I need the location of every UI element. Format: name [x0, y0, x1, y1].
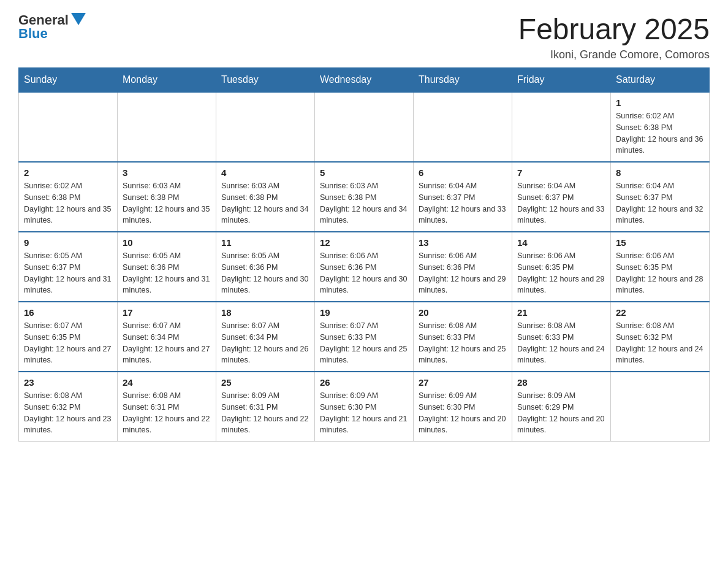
- day-number: 16: [24, 307, 112, 318]
- calendar-cell: 19Sunrise: 6:07 AMSunset: 6:33 PMDayligh…: [315, 302, 414, 372]
- day-info: Sunrise: 6:06 AMSunset: 6:36 PMDaylight:…: [419, 250, 507, 296]
- day-number: 24: [123, 377, 211, 388]
- day-info: Sunrise: 6:05 AMSunset: 6:36 PMDaylight:…: [221, 250, 309, 296]
- day-info: Sunrise: 6:08 AMSunset: 6:33 PMDaylight:…: [419, 320, 507, 366]
- day-info: Sunrise: 6:08 AMSunset: 6:31 PMDaylight:…: [123, 390, 211, 436]
- day-info: Sunrise: 6:09 AMSunset: 6:30 PMDaylight:…: [419, 390, 507, 436]
- day-number: 7: [517, 167, 605, 178]
- calendar-cell: 21Sunrise: 6:08 AMSunset: 6:33 PMDayligh…: [512, 302, 611, 372]
- calendar-cell: 9Sunrise: 6:05 AMSunset: 6:37 PMDaylight…: [19, 232, 118, 302]
- day-number: 6: [419, 167, 507, 178]
- day-info: Sunrise: 6:09 AMSunset: 6:31 PMDaylight:…: [221, 390, 309, 436]
- calendar-cell: 27Sunrise: 6:09 AMSunset: 6:30 PMDayligh…: [414, 372, 512, 442]
- calendar-cell: 3Sunrise: 6:03 AMSunset: 6:38 PMDaylight…: [118, 162, 216, 232]
- calendar-cell: 10Sunrise: 6:05 AMSunset: 6:36 PMDayligh…: [118, 232, 216, 302]
- day-info: Sunrise: 6:07 AMSunset: 6:34 PMDaylight:…: [123, 320, 211, 366]
- logo: General Blue: [18, 12, 86, 42]
- calendar-cell: 24Sunrise: 6:08 AMSunset: 6:31 PMDayligh…: [118, 372, 216, 442]
- calendar-cell: 1Sunrise: 6:02 AMSunset: 6:38 PMDaylight…: [611, 92, 710, 162]
- day-info: Sunrise: 6:02 AMSunset: 6:38 PMDaylight:…: [24, 180, 112, 226]
- calendar-cell: 23Sunrise: 6:08 AMSunset: 6:32 PMDayligh…: [19, 372, 118, 442]
- day-info: Sunrise: 6:03 AMSunset: 6:38 PMDaylight:…: [221, 180, 309, 226]
- calendar-cell: 2Sunrise: 6:02 AMSunset: 6:38 PMDaylight…: [19, 162, 118, 232]
- day-number: 17: [123, 307, 211, 318]
- weekday-header-row: SundayMondayTuesdayWednesdayThursdayFrid…: [19, 68, 710, 93]
- day-number: 1: [616, 98, 704, 108]
- day-number: 26: [320, 377, 408, 388]
- weekday-header-sunday: Sunday: [19, 68, 118, 93]
- day-info: Sunrise: 6:08 AMSunset: 6:32 PMDaylight:…: [24, 390, 112, 436]
- weekday-header-tuesday: Tuesday: [216, 68, 315, 93]
- day-info: Sunrise: 6:02 AMSunset: 6:38 PMDaylight:…: [616, 110, 704, 156]
- weekday-header-wednesday: Wednesday: [315, 68, 414, 93]
- calendar-cell: 12Sunrise: 6:06 AMSunset: 6:36 PMDayligh…: [315, 232, 414, 302]
- calendar-cell: [216, 92, 315, 162]
- day-info: Sunrise: 6:04 AMSunset: 6:37 PMDaylight:…: [419, 180, 507, 226]
- day-number: 22: [616, 307, 704, 318]
- calendar-cell: 17Sunrise: 6:07 AMSunset: 6:34 PMDayligh…: [118, 302, 216, 372]
- day-info: Sunrise: 6:09 AMSunset: 6:29 PMDaylight:…: [517, 390, 605, 436]
- day-number: 15: [616, 237, 704, 248]
- calendar-cell: 7Sunrise: 6:04 AMSunset: 6:37 PMDaylight…: [512, 162, 611, 232]
- day-number: 27: [419, 377, 507, 388]
- calendar-table: SundayMondayTuesdayWednesdayThursdayFrid…: [18, 67, 710, 442]
- calendar-cell: 28Sunrise: 6:09 AMSunset: 6:29 PMDayligh…: [512, 372, 611, 442]
- day-number: 19: [320, 307, 408, 318]
- calendar-week-row: 2Sunrise: 6:02 AMSunset: 6:38 PMDaylight…: [19, 162, 710, 232]
- day-info: Sunrise: 6:03 AMSunset: 6:38 PMDaylight:…: [123, 180, 211, 226]
- day-number: 10: [123, 237, 211, 248]
- calendar-cell: 15Sunrise: 6:06 AMSunset: 6:35 PMDayligh…: [611, 232, 710, 302]
- calendar-cell: 22Sunrise: 6:08 AMSunset: 6:32 PMDayligh…: [611, 302, 710, 372]
- page-header: General Blue February 2025 Ikoni, Grande…: [18, 12, 710, 61]
- day-info: Sunrise: 6:08 AMSunset: 6:33 PMDaylight:…: [517, 320, 605, 366]
- day-number: 5: [320, 167, 408, 178]
- day-info: Sunrise: 6:04 AMSunset: 6:37 PMDaylight:…: [616, 180, 704, 226]
- calendar-cell: [118, 92, 216, 162]
- calendar-cell: 5Sunrise: 6:03 AMSunset: 6:38 PMDaylight…: [315, 162, 414, 232]
- day-info: Sunrise: 6:05 AMSunset: 6:36 PMDaylight:…: [123, 250, 211, 296]
- day-number: 12: [320, 237, 408, 248]
- calendar-cell: 20Sunrise: 6:08 AMSunset: 6:33 PMDayligh…: [414, 302, 512, 372]
- calendar-week-row: 16Sunrise: 6:07 AMSunset: 6:35 PMDayligh…: [19, 302, 710, 372]
- day-info: Sunrise: 6:08 AMSunset: 6:32 PMDaylight:…: [616, 320, 704, 366]
- calendar-week-row: 23Sunrise: 6:08 AMSunset: 6:32 PMDayligh…: [19, 372, 710, 442]
- logo-blue-text: Blue: [18, 26, 48, 42]
- weekday-header-saturday: Saturday: [611, 68, 710, 93]
- day-info: Sunrise: 6:06 AMSunset: 6:35 PMDaylight:…: [517, 250, 605, 296]
- day-info: Sunrise: 6:04 AMSunset: 6:37 PMDaylight:…: [517, 180, 605, 226]
- title-section: February 2025 Ikoni, Grande Comore, Como…: [518, 12, 710, 61]
- calendar-week-row: 9Sunrise: 6:05 AMSunset: 6:37 PMDaylight…: [19, 232, 710, 302]
- day-number: 2: [24, 167, 112, 178]
- weekday-header-monday: Monday: [118, 68, 216, 93]
- day-info: Sunrise: 6:03 AMSunset: 6:38 PMDaylight:…: [320, 180, 408, 226]
- calendar-cell: 6Sunrise: 6:04 AMSunset: 6:37 PMDaylight…: [414, 162, 512, 232]
- logo-triangle-icon: [71, 13, 86, 25]
- calendar-cell: 11Sunrise: 6:05 AMSunset: 6:36 PMDayligh…: [216, 232, 315, 302]
- day-number: 21: [517, 307, 605, 318]
- calendar-cell: 14Sunrise: 6:06 AMSunset: 6:35 PMDayligh…: [512, 232, 611, 302]
- calendar-cell: 18Sunrise: 6:07 AMSunset: 6:34 PMDayligh…: [216, 302, 315, 372]
- calendar-cell: [19, 92, 118, 162]
- day-number: 23: [24, 377, 112, 388]
- calendar-cell: [611, 372, 710, 442]
- day-number: 3: [123, 167, 211, 178]
- day-info: Sunrise: 6:07 AMSunset: 6:33 PMDaylight:…: [320, 320, 408, 366]
- day-info: Sunrise: 6:06 AMSunset: 6:35 PMDaylight:…: [616, 250, 704, 296]
- day-info: Sunrise: 6:07 AMSunset: 6:34 PMDaylight:…: [221, 320, 309, 366]
- day-info: Sunrise: 6:09 AMSunset: 6:30 PMDaylight:…: [320, 390, 408, 436]
- day-number: 18: [221, 307, 309, 318]
- calendar-cell: 13Sunrise: 6:06 AMSunset: 6:36 PMDayligh…: [414, 232, 512, 302]
- day-number: 4: [221, 167, 309, 178]
- calendar-cell: [512, 92, 611, 162]
- day-number: 13: [419, 237, 507, 248]
- day-number: 11: [221, 237, 309, 248]
- calendar-cell: 8Sunrise: 6:04 AMSunset: 6:37 PMDaylight…: [611, 162, 710, 232]
- weekday-header-thursday: Thursday: [414, 68, 512, 93]
- weekday-header-friday: Friday: [512, 68, 611, 93]
- calendar-cell: [315, 92, 414, 162]
- day-number: 20: [419, 307, 507, 318]
- calendar-week-row: 1Sunrise: 6:02 AMSunset: 6:38 PMDaylight…: [19, 92, 710, 162]
- day-number: 28: [517, 377, 605, 388]
- day-number: 14: [517, 237, 605, 248]
- location-subtitle: Ikoni, Grande Comore, Comoros: [518, 48, 710, 61]
